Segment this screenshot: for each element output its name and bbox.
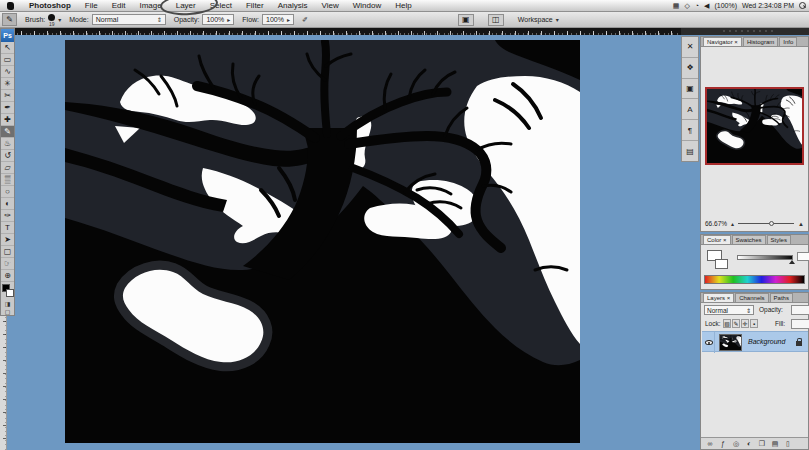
background-color-well[interactable]: [715, 259, 728, 269]
navigator-zoom-slider[interactable]: [738, 220, 794, 227]
tab-swatches[interactable]: Swatches: [732, 235, 766, 244]
tool-type[interactable]: T: [1, 222, 14, 234]
tool-dodge[interactable]: ◐: [1, 198, 14, 210]
layer-group-icon[interactable]: ❒: [756, 439, 768, 449]
bridge-icon[interactable]: ◫: [488, 14, 504, 26]
bluetooth-icon[interactable]: ◇: [684, 0, 689, 11]
tool-marquee[interactable]: ▭: [1, 54, 14, 66]
quick-mask-button[interactable]: ◨: [1, 299, 14, 307]
brush-picker-arrow-icon[interactable]: ▾: [58, 16, 61, 23]
opacity-arrow-icon[interactable]: ▸: [227, 16, 230, 23]
tool-pen[interactable]: ✑: [1, 210, 14, 222]
palette-well-icon[interactable]: ▣: [458, 14, 474, 26]
layer-style-icon[interactable]: ƒ: [717, 439, 729, 449]
color-spectrum-ramp[interactable]: [704, 275, 805, 284]
lock-all-icon[interactable]: ▪: [750, 319, 758, 328]
new-layer-icon[interactable]: ▤: [769, 439, 781, 449]
menu-file[interactable]: File: [78, 0, 105, 11]
horizontal-ruler[interactable]: [8, 28, 681, 35]
tool-healing-brush[interactable]: ✚: [1, 114, 14, 126]
navigator-zoom-value[interactable]: 66.67%: [705, 220, 727, 227]
menu-window[interactable]: Window: [346, 0, 388, 11]
tool-eyedropper[interactable]: ✒: [1, 102, 14, 114]
workspace-menu[interactable]: Workspace: [518, 16, 553, 23]
menu-layer[interactable]: Layer: [169, 0, 203, 11]
tab-close-icon[interactable]: ×: [727, 295, 731, 301]
tab-channels[interactable]: Channels: [735, 293, 768, 302]
screen-mode-button[interactable]: ▢: [1, 307, 14, 315]
tab-close-icon[interactable]: ×: [734, 39, 738, 45]
tool-magic-wand[interactable]: ✳: [1, 78, 14, 90]
menu-filter[interactable]: Filter: [239, 0, 271, 11]
document-canvas[interactable]: [65, 40, 580, 443]
tool-crop[interactable]: ✂: [1, 90, 14, 102]
layer-comps-icon[interactable]: ▤: [682, 141, 698, 161]
tab-paths[interactable]: Paths: [770, 293, 793, 302]
character-panel-icon[interactable]: A: [682, 99, 698, 120]
menu-image[interactable]: Image: [132, 0, 168, 11]
link-layers-icon[interactable]: ∞: [704, 439, 716, 449]
flow-arrow-icon[interactable]: ▸: [287, 16, 290, 23]
adjustment-layer-icon[interactable]: ◐: [743, 439, 755, 449]
tool-brush[interactable]: ✎: [1, 126, 14, 138]
spotlight-icon[interactable]: [799, 2, 806, 9]
zoom-in-icon[interactable]: ▲: [798, 221, 804, 227]
mode-select[interactable]: Normal ⇕: [92, 14, 166, 25]
menu-clock[interactable]: Wed 2:34:08 PM: [742, 2, 794, 9]
preset-tools-icon[interactable]: ✕: [682, 37, 698, 58]
tool-shape[interactable]: ▢: [1, 246, 14, 258]
zoom-out-icon[interactable]: ▴: [731, 220, 734, 227]
tab-histogram[interactable]: Histogram: [743, 37, 778, 46]
brush-preset-picker[interactable]: 19: [48, 14, 55, 26]
tool-path-selection[interactable]: ➤: [1, 234, 14, 246]
current-tool-icon[interactable]: ✎: [2, 13, 17, 26]
grayscale-value-field[interactable]: [797, 252, 809, 261]
lock-pixels-icon[interactable]: ✎: [732, 319, 740, 328]
volume-icon[interactable]: ◀: [704, 0, 709, 11]
clone-source-icon[interactable]: ▣: [682, 79, 698, 100]
time-machine-icon[interactable]: ◔: [695, 0, 699, 11]
opacity-field[interactable]: 100% ▸: [202, 14, 234, 25]
layers-opacity-field[interactable]: [791, 305, 809, 315]
menu-select[interactable]: Select: [203, 0, 239, 11]
tool-eraser[interactable]: ▱: [1, 162, 14, 174]
tab-navigator[interactable]: Navigator ×: [703, 37, 742, 46]
display-icon[interactable]: ▦: [673, 0, 680, 11]
menu-photoshop[interactable]: Photoshop: [22, 0, 78, 11]
fill-field[interactable]: [791, 319, 809, 329]
menu-help[interactable]: Help: [388, 0, 418, 11]
brush-presets-icon[interactable]: ❖: [682, 58, 698, 79]
tab-info[interactable]: Info: [779, 37, 797, 46]
navigator-proxy-view[interactable]: [705, 87, 804, 165]
tool-hand[interactable]: ☞: [1, 258, 14, 270]
tool-clone-stamp[interactable]: ♨: [1, 138, 14, 150]
menu-view[interactable]: View: [315, 0, 346, 11]
tool-move[interactable]: ↖: [1, 42, 14, 54]
grayscale-slider[interactable]: [737, 255, 793, 260]
tool-lasso[interactable]: ∿: [1, 66, 14, 78]
layer-name[interactable]: Background: [748, 338, 785, 345]
lock-position-icon[interactable]: ✛: [741, 319, 749, 328]
flow-field[interactable]: 100% ▸: [262, 14, 294, 25]
background-color-swatch[interactable]: [6, 289, 14, 297]
tool-blur[interactable]: ○: [1, 186, 14, 198]
paragraph-panel-icon[interactable]: ¶: [682, 120, 698, 141]
battery-percent[interactable]: (100%): [714, 2, 737, 9]
slider-thumb[interactable]: [769, 221, 774, 226]
tool-gradient[interactable]: ▒: [1, 174, 14, 186]
menu-analysis[interactable]: Analysis: [271, 0, 315, 11]
tab-styles[interactable]: Styles: [767, 235, 791, 244]
dock-collapse-bar[interactable]: [681, 28, 809, 35]
lock-transparency-icon[interactable]: ▧: [723, 319, 731, 328]
blend-mode-select[interactable]: Normal ⇕: [704, 305, 754, 315]
visibility-cell[interactable]: [702, 332, 715, 353]
airbrush-icon[interactable]: ✐: [302, 16, 308, 24]
layer-thumbnail[interactable]: [719, 334, 742, 351]
tab-color[interactable]: Color ×: [703, 235, 731, 244]
grayscale-slider-handle[interactable]: [789, 260, 795, 264]
apple-menu-icon[interactable]: [7, 2, 14, 10]
layer-row-background[interactable]: Background: [702, 331, 808, 352]
tool-zoom[interactable]: ⊕: [1, 270, 14, 282]
tool-history-brush[interactable]: ↺: [1, 150, 14, 162]
delete-layer-icon[interactable]: ▯: [782, 439, 794, 449]
